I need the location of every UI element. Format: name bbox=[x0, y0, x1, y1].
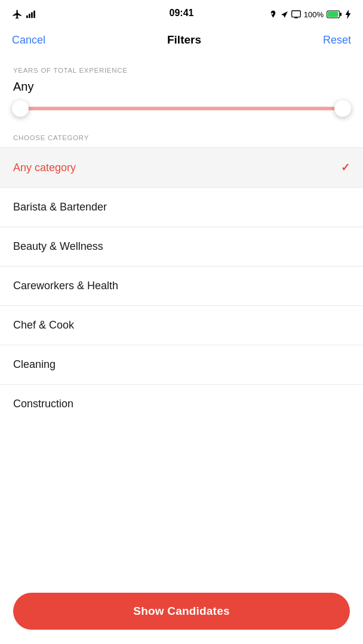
nav-bar: Cancel Filters Reset bbox=[0, 26, 363, 55]
status-right: 100% bbox=[269, 10, 351, 19]
category-row[interactable]: Cleaning bbox=[0, 345, 363, 385]
slider-thumb-min[interactable] bbox=[12, 100, 29, 117]
category-row[interactable]: Chef & Cook bbox=[0, 306, 363, 345]
slider-thumb-max[interactable] bbox=[334, 100, 351, 117]
category-any[interactable]: Any category ✓ bbox=[0, 147, 363, 188]
slider-track-fill bbox=[13, 107, 350, 110]
category-row[interactable]: Barista & Bartender bbox=[0, 188, 363, 227]
charging-icon bbox=[345, 10, 351, 19]
cancel-button[interactable]: Cancel bbox=[12, 34, 45, 47]
battery-icon bbox=[327, 10, 342, 18]
reset-button[interactable]: Reset bbox=[323, 34, 351, 47]
svg-rect-0 bbox=[26, 16, 28, 18]
location-icon bbox=[269, 10, 278, 19]
status-time: 09:41 bbox=[170, 8, 194, 18]
checkmark-icon: ✓ bbox=[341, 161, 350, 174]
svg-rect-2 bbox=[31, 12, 33, 18]
svg-rect-8 bbox=[328, 11, 339, 17]
category-item-label: Cleaning bbox=[13, 358, 56, 371]
svg-rect-1 bbox=[29, 14, 30, 18]
category-list: Any category ✓ Barista & Bartender Beaut… bbox=[0, 147, 363, 419]
experience-slider[interactable] bbox=[0, 100, 363, 117]
category-row[interactable]: Construction bbox=[0, 385, 363, 419]
signal-icon bbox=[26, 10, 37, 18]
show-candidates-button[interactable]: Show Candidates bbox=[13, 593, 350, 630]
category-item-label: Barista & Bartender bbox=[13, 201, 107, 213]
category-section-label: CHOOSE CATEGORY bbox=[0, 134, 363, 141]
status-left bbox=[12, 9, 37, 20]
svg-rect-3 bbox=[33, 11, 35, 18]
airplane-icon bbox=[12, 9, 23, 20]
bottom-bar: Show Candidates bbox=[0, 583, 363, 644]
category-item-label: Careworkers & Health bbox=[13, 280, 118, 292]
experience-value: Any bbox=[0, 80, 363, 94]
category-item-label: Chef & Cook bbox=[13, 319, 74, 332]
status-bar: 09:41 100% bbox=[0, 0, 363, 26]
page-title: Filters bbox=[167, 33, 201, 47]
navigation-icon bbox=[281, 11, 288, 18]
svg-rect-4 bbox=[291, 11, 300, 17]
category-item-label: Construction bbox=[13, 398, 73, 410]
category-any-label: Any category bbox=[13, 162, 76, 174]
category-row[interactable]: Careworkers & Health bbox=[0, 267, 363, 306]
category-item-label: Beauty & Wellness bbox=[13, 240, 103, 253]
screen-icon bbox=[291, 10, 301, 18]
experience-section-label: YEARS OF TOTAL EXPERIENCE bbox=[0, 67, 363, 74]
battery-percent: 100% bbox=[304, 10, 324, 19]
svg-rect-9 bbox=[340, 13, 342, 16]
category-row[interactable]: Beauty & Wellness bbox=[0, 227, 363, 267]
